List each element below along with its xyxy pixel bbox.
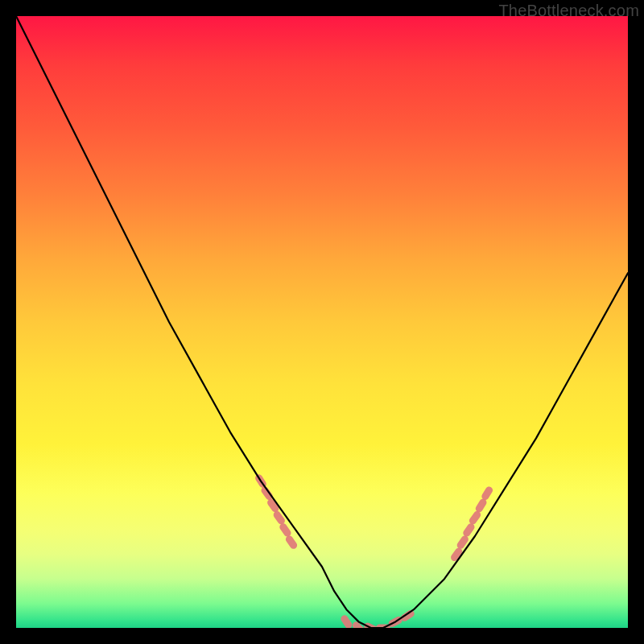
plot-area	[16, 16, 628, 628]
curve-marker	[272, 510, 287, 526]
curve-marker	[260, 485, 275, 502]
watermark-text: TheBottleneck.com	[498, 2, 639, 20]
marker-layer	[254, 473, 493, 628]
curve-marker	[284, 535, 299, 551]
curve-marker	[456, 535, 470, 551]
curve-marker	[468, 510, 482, 526]
curve-marker	[462, 522, 477, 538]
curve-marker	[340, 613, 353, 628]
chart-container: TheBottleneck.com	[0, 0, 644, 644]
curve-marker	[279, 522, 293, 538]
bottleneck-curve	[16, 16, 628, 628]
chart-overlay	[16, 16, 628, 628]
